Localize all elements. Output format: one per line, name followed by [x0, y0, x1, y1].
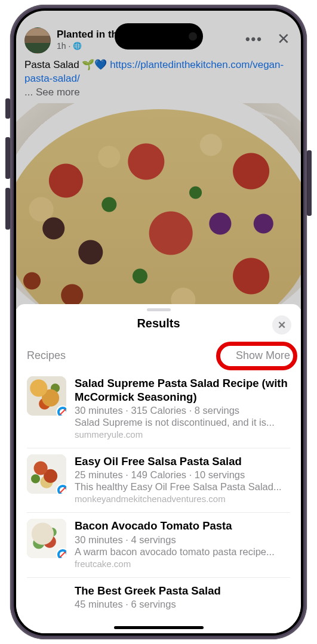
- safari-icon: [56, 484, 66, 494]
- post-image[interactable]: [16, 103, 301, 309]
- result-title: Bacon Avocado Tomato Pasta: [75, 519, 290, 532]
- result-title: Easy Oil Free Salsa Pasta Salad: [75, 454, 290, 468]
- result-meta: 30 minutes · 315 Calories · 8 servings: [75, 405, 290, 416]
- post-area: Planted in th 1h · 🌐 ••• ✕ Pasta Salad 🌱…: [16, 11, 301, 309]
- result-meta: 45 minutes · 6 servings: [75, 599, 290, 610]
- result-thumbnail: [27, 519, 66, 558]
- more-options-button[interactable]: •••: [245, 36, 263, 42]
- result-thumbnail: [27, 454, 66, 494]
- dynamic-island: [115, 23, 203, 49]
- volume-mute-button: [5, 98, 10, 119]
- result-source: summeryule.com: [75, 429, 290, 439]
- result-source: freutcake.com: [75, 559, 290, 569]
- post-timestamp: 1h: [57, 41, 66, 51]
- safari-icon: [56, 548, 66, 558]
- result-desc: A warm bacon avocado tomato pasta recipe…: [75, 546, 290, 558]
- list-item[interactable]: Easy Oil Free Salsa Pasta Salad 25 minut…: [27, 448, 290, 513]
- phone-frame: Planted in th 1h · 🌐 ••• ✕ Pasta Salad 🌱…: [10, 5, 307, 639]
- post-caption: Pasta Salad 🌱💙 https://plantedinthekitch…: [16, 54, 301, 103]
- sheet-close-button[interactable]: ✕: [272, 315, 291, 335]
- result-source: monkeyandmekitchenadventures.com: [75, 494, 290, 504]
- list-item[interactable]: Bacon Avocado Tomato Pasta 30 minutes · …: [27, 513, 290, 577]
- result-title: The Best Greek Pasta Salad: [75, 584, 290, 597]
- result-desc: Salad Supreme is not discontinued, and i…: [75, 417, 290, 428]
- home-indicator[interactable]: [114, 626, 204, 629]
- volume-down-button: [5, 188, 10, 230]
- caption-ellipsis: ...: [24, 86, 36, 98]
- caption-text: Pasta Salad 🌱💙: [24, 59, 110, 70]
- show-more-button[interactable]: Show More: [236, 349, 290, 362]
- result-title: Salad Supreme Pasta Salad Recipe (with M…: [75, 376, 290, 404]
- result-meta: 25 minutes · 149 Calories · 10 servings: [75, 469, 290, 481]
- result-desc: This healthy Easy Oil Free Salsa Pasta S…: [75, 481, 290, 493]
- power-button: [307, 150, 312, 216]
- list-item[interactable]: The Best Greek Pasta Salad 45 minutes · …: [27, 578, 290, 624]
- see-more-button[interactable]: See more: [36, 86, 80, 98]
- results-sheet: Results ✕ Recipes Show More: [16, 304, 301, 633]
- close-icon[interactable]: ✕: [277, 30, 293, 48]
- sheet-grabber[interactable]: [147, 308, 171, 311]
- globe-icon: 🌐: [73, 42, 82, 50]
- results-list: Salad Supreme Pasta Salad Recipe (with M…: [16, 370, 301, 624]
- section-label: Recipes: [27, 349, 66, 362]
- avatar[interactable]: [24, 27, 51, 54]
- safari-icon: [56, 405, 66, 416]
- result-thumbnail: [27, 376, 66, 416]
- sheet-title: Results: [16, 317, 301, 330]
- volume-up-button: [5, 137, 10, 179]
- list-item[interactable]: Salad Supreme Pasta Salad Recipe (with M…: [27, 370, 290, 448]
- result-meta: 30 minutes · 4 servings: [75, 534, 290, 546]
